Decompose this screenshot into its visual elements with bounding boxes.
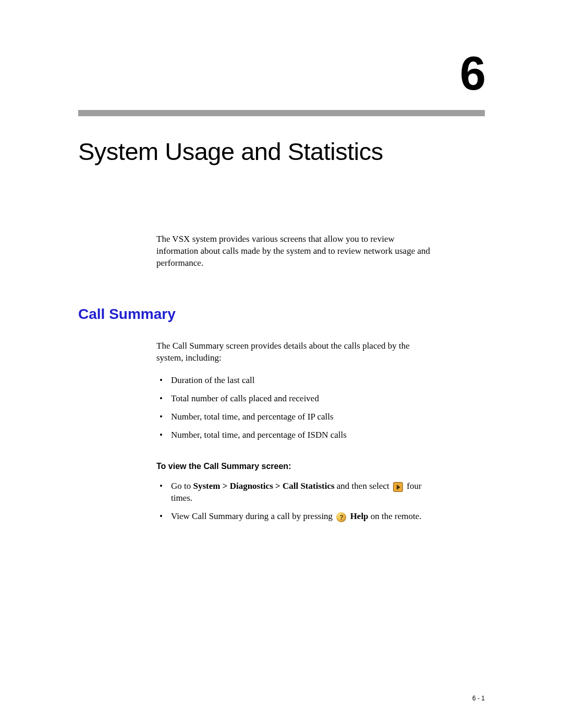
horizontal-divider <box>78 110 485 116</box>
step-text: and then select <box>335 481 392 491</box>
step-text: Go to <box>171 481 193 491</box>
step-text: on the remote. <box>369 511 422 521</box>
list-item: Duration of the last call <box>156 375 438 387</box>
intro-paragraph: The VSX system provides various screens … <box>156 233 438 269</box>
page-number: 6 - 1 <box>472 695 485 702</box>
right-arrow-icon <box>393 482 403 492</box>
list-item: Total number of calls placed and receive… <box>156 393 438 405</box>
bullet-list: Duration of the last call Total number o… <box>156 375 438 441</box>
sub-heading: To view the Call Summary screen: <box>156 462 438 471</box>
chapter-title: System Usage and Statistics <box>78 137 438 166</box>
list-item: Go to System > Diagnostics > Call Statis… <box>156 480 438 504</box>
step-text: View Call Summary during a call by press… <box>171 511 335 521</box>
step-bold-path: System > Diagnostics > Call Statistics <box>193 481 335 491</box>
step-bold-help: Help <box>350 511 369 521</box>
help-icon <box>336 512 346 522</box>
list-item: View Call Summary during a call by press… <box>156 511 438 523</box>
list-item: Number, total time, and percentage of IP… <box>156 411 438 423</box>
steps-list: Go to System > Diagnostics > Call Statis… <box>156 480 438 523</box>
chapter-number: 6 <box>78 47 485 101</box>
document-page: 6 System Usage and Statistics The VSX sy… <box>0 0 563 728</box>
section-paragraph: The Call Summary screen provides details… <box>156 340 438 364</box>
section-heading: Call Summary <box>78 306 438 323</box>
list-item: Number, total time, and percentage of IS… <box>156 429 438 441</box>
